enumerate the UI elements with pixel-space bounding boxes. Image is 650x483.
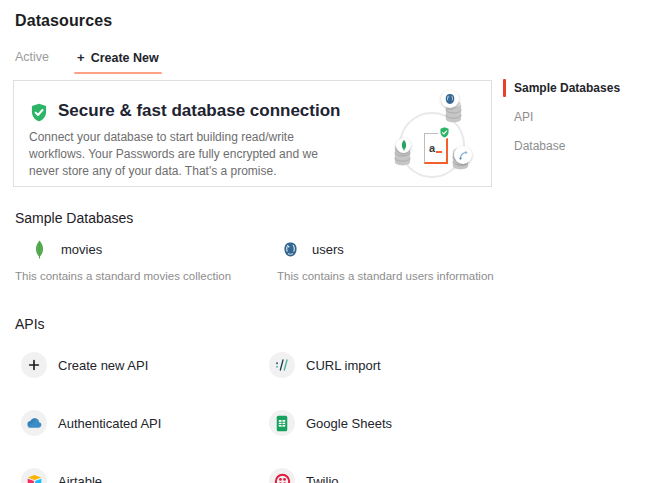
editor-cursor [436,151,442,153]
tab-active[interactable]: Active [15,50,49,64]
cloud-icon [21,410,47,436]
nav-item-label: Sample Databases [514,81,620,95]
nav-item-database[interactable]: Database [503,136,620,156]
api-item-label: Authenticated API [58,416,161,431]
api-item-label: Twilio [306,474,339,483]
datasources-page: Datasources Active +Create New Secure & … [0,0,650,483]
api-item-label: Create new API [58,358,148,373]
apis-heading: APIs [15,316,45,332]
api-curve-icon [454,146,472,164]
active-marker [503,79,506,97]
airtable-icon [21,468,47,483]
mongodb-icon [27,240,51,259]
tab-create-new[interactable]: +Create New [74,50,162,74]
illustration-node-mongodb [393,142,412,167]
plus-icon: + [77,50,85,65]
nav-item-label: API [514,110,533,124]
mongodb-icon [396,138,411,153]
curl-icon [269,352,295,378]
tab-selected-underline [74,72,162,74]
page-title: Datasources [15,12,112,30]
api-item-label: CURL import [306,358,381,373]
shield-check-badge-icon [438,126,451,139]
postgresql-icon [278,241,302,258]
db-name: users [312,242,344,257]
illustration-node-postgres [444,99,463,124]
shield-check-icon [29,102,49,123]
api-item-google-sheets[interactable]: Google Sheets [269,394,517,452]
db-description: This contains a standard movies collecti… [15,270,265,282]
twilio-icon [269,468,295,483]
sample-db-movies-card[interactable]: movies This contains a standard movies c… [15,236,265,282]
api-item-airtable[interactable]: Airtable [21,452,269,483]
api-item-authenticated-api[interactable]: Authenticated API [21,394,269,452]
api-item-curl-import[interactable]: CURL import [269,336,517,394]
google-sheets-icon [269,410,295,436]
nav-item-api[interactable]: API [503,107,620,127]
banner-description: Connect your database to start building … [29,129,334,180]
nav-item-sample-databases[interactable]: Sample Databases [503,78,620,98]
tab-bar: Active +Create New [15,50,162,74]
editor-glyph: a [429,142,435,154]
api-item-create-new[interactable]: Create new API [21,336,269,394]
sample-databases-heading: Sample Databases [15,210,133,226]
nav-item-label: Database [514,139,565,153]
plus-icon [21,352,47,378]
postgresql-icon [441,90,459,108]
tab-create-new-label: Create New [91,51,159,65]
sample-db-users-card[interactable]: users This contains a standard users inf… [277,236,527,282]
api-item-label: Google Sheets [306,416,392,431]
illustration-node-api [451,146,470,171]
api-item-label: Airtable [58,474,102,483]
db-name: movies [61,242,102,257]
secure-connection-banner: Secure & fast database connection Connec… [13,80,492,187]
banner-title: Secure & fast database connection [58,101,340,121]
api-item-twilio[interactable]: Twilio [269,452,517,483]
db-description: This contains a standard users informati… [277,270,527,282]
section-nav: Sample Databases API Database [503,78,620,165]
database-connection-illustration: a [384,81,493,188]
api-grid: Create new API CURL import Authentic [21,336,521,483]
